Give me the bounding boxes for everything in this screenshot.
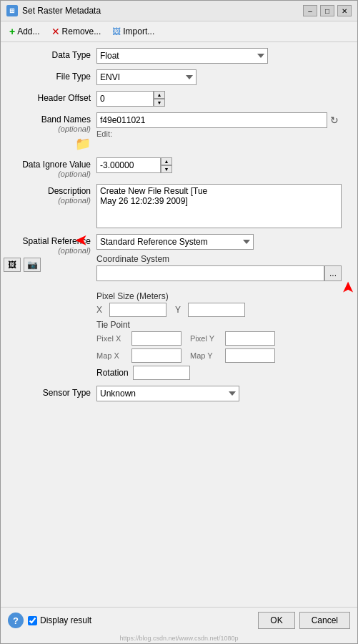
band-names-refresh-button[interactable]: ↻ [327, 112, 342, 128]
file-type-label-col: File Type [4, 69, 96, 82]
data-ignore-row: Data Ignore Value (optional) ▲ ▼ [4, 157, 354, 178]
cancel-button[interactable]: Cancel [299, 612, 350, 629]
remove-icon: ✕ [51, 26, 60, 37]
header-offset-label: Header Offset [38, 93, 91, 103]
help-button[interactable]: ? [8, 613, 24, 628]
main-window: ⊞ Set Raster Metadata – □ ✕ + Add... ✕ R… [0, 0, 358, 644]
file-type-row: File Type ENVI GeoTIFF HDF4 [4, 69, 354, 85]
coord-system-browse-button[interactable]: ... [324, 265, 342, 281]
sensor-type-row: Sensor Type Unknown Landsat MODIS AVIRIS [4, 386, 354, 401]
pixel-size-label: Pixel Size (Meters) [96, 291, 342, 301]
tie-row-2: Map X Map Y [96, 348, 342, 363]
data-ignore-label-col: Data Ignore Value (optional) [4, 157, 96, 178]
rotation-label: Rotation [96, 368, 129, 378]
remove-button[interactable]: ✕ Remove... [49, 24, 104, 39]
close-button[interactable]: ✕ [337, 5, 352, 16]
pixel-size-xy-row: X Y [96, 303, 342, 317]
band-names-input-row: ↻ [96, 112, 342, 128]
window-icon: ⊞ [6, 5, 18, 16]
description-row: Description (optional) Create New File R… [4, 184, 354, 228]
coord-system-section: Coordinate System ➤ ... [96, 254, 342, 281]
add-button[interactable]: + Add... [6, 24, 43, 39]
file-type-select[interactable]: ENVI GeoTIFF HDF4 [96, 69, 197, 85]
description-label-col: Description (optional) [4, 184, 96, 205]
coord-system-input-row: ➤ ... [96, 265, 342, 281]
sensor-type-control: Unknown Landsat MODIS AVIRIS [96, 386, 342, 401]
import-button[interactable]: 🖼 Import... [109, 25, 157, 38]
coord-system-label: Coordinate System [96, 254, 342, 264]
pixel-x-label: X [96, 305, 106, 315]
header-offset-input[interactable] [96, 91, 154, 107]
footer-left: ? Display result [8, 613, 91, 628]
header-offset-control: ▲ ▼ [96, 91, 342, 107]
tie-map-y-input[interactable] [225, 348, 275, 363]
rotation-input[interactable] [133, 366, 190, 380]
data-type-row: Data Type Float Byte Int UInt Double [4, 48, 354, 64]
data-ignore-up[interactable]: ▲ [161, 157, 172, 165]
data-type-select[interactable]: Float Byte Int UInt Double [96, 48, 268, 64]
rotation-section: Rotation [96, 366, 342, 380]
pixel-x-tie-label: Pixel X [96, 334, 129, 343]
data-ignore-down[interactable]: ▼ [161, 165, 172, 173]
header-offset-down[interactable]: ▼ [154, 99, 165, 107]
import-icon: 🖼 [112, 26, 121, 36]
sensor-type-select[interactable]: Unknown Landsat MODIS AVIRIS [96, 386, 239, 401]
title-controls: – □ ✕ [303, 5, 352, 16]
tie-pixel-x-input[interactable] [131, 331, 182, 346]
map-y-label: Map Y [190, 351, 222, 360]
band-names-label-col: Band Names (optional) 📁 [4, 112, 96, 152]
data-type-control: Float Byte Int UInt Double [96, 48, 342, 64]
title-bar-left: ⊞ Set Raster Metadata [6, 5, 101, 16]
header-offset-spinner: ▲ ▼ [96, 91, 342, 107]
spatial-ref-top-row: ➤ Standard Reference System [96, 234, 342, 250]
tie-point-label: Tie Point [96, 320, 342, 330]
tie-map-x-input[interactable] [131, 348, 182, 363]
watermark: https://blog.csdn.net/www.csdn.net/1080p [1, 633, 357, 643]
arrow-right-indicator: ➤ [75, 231, 88, 250]
band-names-control: ↻ Edit: [96, 112, 342, 138]
data-ignore-input[interactable] [96, 157, 161, 173]
pixel-size-x-input[interactable] [109, 303, 166, 317]
maximize-button[interactable]: □ [320, 5, 334, 16]
header-offset-label-col: Header Offset [4, 91, 96, 103]
spatial-icons: 🖼 📷 [4, 258, 91, 272]
description-textarea[interactable]: Create New File Result [Tue May 26 12:02… [96, 184, 342, 228]
description-optional: (optional) [4, 196, 91, 205]
pixel-y-label: Y [175, 305, 185, 315]
header-offset-spin-group: ▲ ▼ [154, 91, 165, 107]
folder-icon[interactable]: 📁 [75, 137, 91, 151]
toolbar: + Add... ✕ Remove... 🖼 Import... [1, 21, 357, 42]
remove-label: Remove... [62, 26, 101, 36]
band-names-edit-label: Edit: [96, 130, 342, 138]
band-names-input[interactable] [96, 112, 327, 128]
display-result-checkbox[interactable] [28, 616, 37, 625]
tie-point-section: Tie Point Pixel X Pixel Y Map X Map Y [96, 320, 342, 363]
file-type-label: File Type [56, 72, 91, 82]
pixel-size-y-input[interactable] [188, 303, 245, 317]
window-title: Set Raster Metadata [22, 6, 101, 16]
display-result-text: Display result [40, 615, 91, 625]
spatial-ref-control: ➤ Standard Reference System Coordinate S… [96, 234, 342, 380]
description-label: Description [48, 186, 91, 196]
add-icon: + [9, 26, 15, 37]
spatial-ref-system-select[interactable]: Standard Reference System [96, 234, 254, 250]
add-label: Add... [17, 26, 39, 36]
band-names-row: Band Names (optional) 📁 ↻ Edit: [4, 112, 354, 152]
tie-pixel-y-input[interactable] [225, 331, 275, 346]
import-label: Import... [123, 26, 154, 36]
spatial-reference-row: Spatial Reference (optional) 🖼 📷 ➤ Stand… [4, 234, 354, 380]
ok-button[interactable]: OK [258, 612, 294, 629]
content-area: Data Type Float Byte Int UInt Double Fil… [1, 42, 357, 607]
spatial-camera-button[interactable]: 📷 [24, 258, 41, 272]
data-ignore-optional: (optional) [4, 170, 91, 178]
minimize-button[interactable]: – [303, 5, 317, 16]
sensor-type-label: Sensor Type [43, 388, 91, 398]
band-names-optional: (optional) [4, 125, 91, 133]
spatial-image-button[interactable]: 🖼 [4, 258, 21, 272]
band-names-label: Band Names [41, 114, 91, 125]
data-ignore-spinner: ▲ ▼ [96, 157, 342, 173]
data-ignore-control: ▲ ▼ [96, 157, 342, 173]
header-offset-up[interactable]: ▲ [154, 91, 165, 99]
coord-system-input[interactable] [96, 265, 324, 281]
folder-icon-wrap: 📁 [4, 136, 91, 152]
